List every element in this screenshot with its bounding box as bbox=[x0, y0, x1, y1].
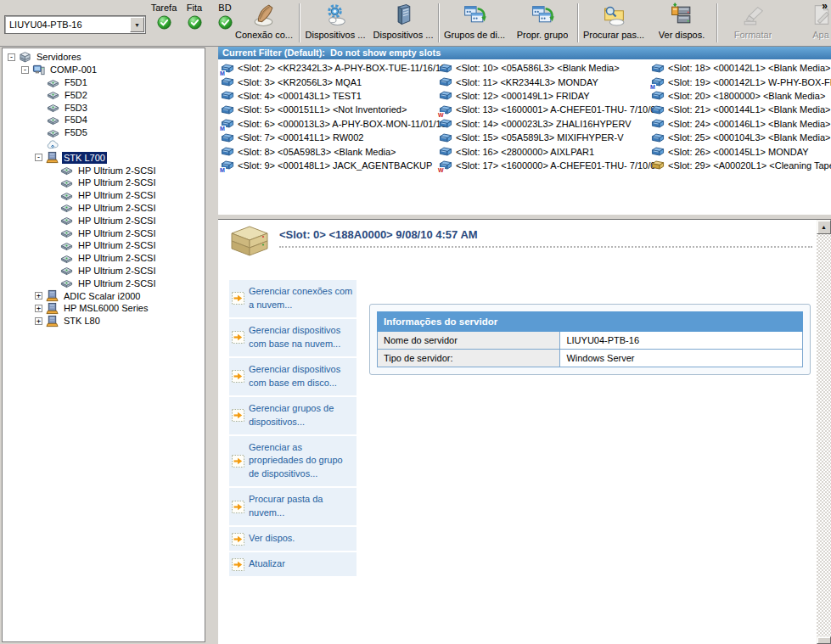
tree-item-label[interactable]: HP Ultrium 2-SCSI bbox=[76, 277, 157, 289]
tree-item-label[interactable]: F5D2 bbox=[63, 89, 89, 101]
plus-expander-icon[interactable]: + bbox=[35, 317, 42, 325]
tree-item-f5d5[interactable]: F5D5 bbox=[4, 126, 205, 139]
toolbar-button-dispositivos[interactable]: Dispositivos ... bbox=[301, 0, 369, 46]
tree-item-label[interactable]: HP Ultrium 2-SCSI bbox=[76, 265, 157, 277]
dropdown-arrow-icon[interactable]: ▼ bbox=[130, 17, 144, 32]
toolbar-button-propr-grupo[interactable]: Propr. grupo bbox=[508, 0, 576, 46]
slot-item-18[interactable]: <Slot: 18> <000142L1> <Blank Media> bbox=[649, 61, 831, 75]
menu-item-gerenciar-dispositivos-com-base-na-nuvem[interactable]: Gerenciar dispositivos com base na nuvem… bbox=[229, 319, 357, 356]
slot-item-17[interactable]: W<Slot: 17> <1600000> A-CHEFE01-THU- 7/1… bbox=[436, 159, 649, 172]
tree-item-label[interactable]: Servidores bbox=[35, 51, 83, 63]
tree-item-label[interactable]: HP Ultrium 2-SCSI bbox=[76, 239, 157, 251]
tree-item-label[interactable]: F5D1 bbox=[63, 76, 89, 88]
slot-item-2[interactable]: M<Slot: 2> <KR2342L3> A-PHY-BOX-TUE-11/1… bbox=[218, 61, 436, 75]
tree-item-hp-ultrium-2-scsi[interactable]: HP Ultrium 2-SCSI bbox=[4, 189, 205, 202]
tree-item-f5d2[interactable]: F5D2 bbox=[4, 88, 205, 101]
slot-item-25[interactable]: <Slot: 25> <000104L3> <Blank Media> bbox=[649, 131, 831, 144]
toolbar-button-ver-dispos[interactable]: Ver dispos. bbox=[648, 0, 716, 46]
tree-item-hp-msl6000-series[interactable]: +HP MSL6000 Series bbox=[4, 302, 205, 315]
menu-item-atualizar[interactable]: Atualizar bbox=[229, 552, 357, 576]
slot-item-29[interactable]: <Slot: 29> <A00020L1> <Cleaning Tape> bbox=[649, 159, 831, 172]
slot-item-11[interactable]: <Slot: 11> <KR2344L3> MONDAY bbox=[436, 75, 649, 88]
minus-expander-icon[interactable]: - bbox=[8, 53, 15, 61]
tree-item-f5d3[interactable]: F5D3 bbox=[4, 101, 205, 114]
menu-item-gerenciar-conex-es-com-a-nuvem[interactable]: Gerenciar conexões com a nuvem... bbox=[229, 280, 357, 317]
tree-item-hp-ultrium-2-scsi[interactable]: HP Ultrium 2-SCSI bbox=[4, 239, 205, 252]
minus-expander-icon[interactable]: - bbox=[21, 66, 29, 74]
plus-expander-icon[interactable]: + bbox=[35, 305, 42, 312]
tree-item-label[interactable]: HP Ultrium 2-SCSI bbox=[76, 165, 157, 176]
panel-splitter[interactable] bbox=[218, 214, 831, 220]
vertical-scrollbar[interactable]: ▲ bbox=[817, 220, 831, 644]
toolbar-button-grupos-de-di[interactable]: Grupos de di... bbox=[441, 0, 508, 46]
server-selector[interactable]: LIUYU04-PTB-16 ▼ bbox=[4, 15, 146, 34]
tree-item-label[interactable]: STK L80 bbox=[62, 315, 102, 327]
slot-item-9[interactable]: M<Slot: 9> <000148L1> JACK_AGENTBACKUP bbox=[218, 159, 436, 172]
minus-expander-icon[interactable]: - bbox=[35, 154, 42, 161]
scroll-up-button[interactable]: ▲ bbox=[817, 220, 831, 234]
tree-item-label[interactable]: HP Ultrium 2-SCSI bbox=[76, 227, 157, 239]
tree-item-hp-ultrium-2-scsi[interactable]: HP Ultrium 2-SCSI bbox=[4, 214, 205, 227]
tree-item-label[interactable]: HP Ultrium 2-SCSI bbox=[76, 202, 157, 214]
tree-item-label[interactable]: HP Ultrium 2-SCSI bbox=[76, 215, 157, 227]
tape-cartridge-icon bbox=[651, 145, 665, 158]
menu-item-gerenciar-grupos-de-dispositivos[interactable]: Gerenciar grupos de dispositivos... bbox=[229, 397, 357, 434]
slot-item-13[interactable]: W<Slot: 13> <1600001> A-CHEFE01-THU- 7/1… bbox=[436, 103, 649, 116]
plus-expander-icon[interactable]: + bbox=[35, 292, 42, 300]
tree-item-servidores[interactable]: -Servidores bbox=[4, 51, 205, 64]
tree-item-label[interactable]: HP MSL6000 Series bbox=[62, 302, 149, 314]
toolbar-button-conex-o-co[interactable]: Conexão co... bbox=[230, 0, 298, 46]
slot-item-7[interactable]: <Slot: 7> <000141L1> RW002 bbox=[218, 131, 436, 144]
tree-item-comp-001[interactable]: -COMP-001 bbox=[4, 64, 205, 76]
toolbar-button-dispositivos[interactable]: Dispositivos ... bbox=[369, 0, 437, 46]
tree-item-hp-ultrium-2-scsi[interactable]: HP Ultrium 2-SCSI bbox=[4, 227, 205, 239]
tree-item-stk-l700[interactable]: -STK L700 bbox=[4, 151, 205, 164]
slot-item-8[interactable]: <Slot: 8> <05A598L3> <Blank Media> bbox=[218, 144, 436, 158]
server-selector-value[interactable]: LIUYU04-PTB-16 bbox=[5, 20, 130, 30]
slot-item-4[interactable]: <Slot: 4> <000143L1> TEST1 bbox=[218, 89, 436, 103]
disk-device-icon bbox=[60, 277, 73, 289]
tree-item-label[interactable]: HP Ultrium 2-SCSI bbox=[76, 189, 157, 201]
slot-item-21[interactable]: <Slot: 21> <000144L1> <Blank Media> bbox=[649, 103, 831, 116]
tree-item-hp-ultrium-2-scsi[interactable]: HP Ultrium 2-SCSI bbox=[4, 164, 205, 176]
slot-item-26[interactable]: <Slot: 26> <000145L1> MONDAY bbox=[649, 144, 831, 158]
toolbar-overflow-chevron[interactable]: » bbox=[822, 0, 827, 12]
toolbar-button-procurar-pas[interactable]: Procurar pas... bbox=[580, 0, 648, 46]
tree-item-cloud[interactable] bbox=[4, 139, 205, 152]
tree-item-hp-ultrium-2-scsi[interactable]: HP Ultrium 2-SCSI bbox=[4, 277, 205, 289]
slot-item-15[interactable]: <Slot: 15> <05A589L3> MIXIFHYPER-V bbox=[436, 131, 649, 144]
slot-item-5[interactable]: <Slot: 5> <000151L1> <Not Inventoried> bbox=[218, 103, 436, 116]
menu-item-ver-dispos[interactable]: Ver dispos. bbox=[229, 527, 357, 551]
tree-item-label[interactable]: ADIC Scalar i2000 bbox=[62, 290, 143, 302]
tree-item-label[interactable]: HP Ultrium 2-SCSI bbox=[76, 252, 157, 264]
tree-item-hp-ultrium-2-scsi[interactable]: HP Ultrium 2-SCSI bbox=[4, 176, 205, 189]
tree-item-adic-scalar-i2000[interactable]: +ADIC Scalar i2000 bbox=[4, 289, 205, 302]
slot-item-10[interactable]: <Slot: 10> <05A586L3> <Blank Media> bbox=[436, 61, 649, 75]
tree-item-label[interactable]: HP Ultrium 2-SCSI bbox=[76, 176, 157, 188]
tree-item-label[interactable]: F5D3 bbox=[63, 102, 89, 114]
tree-item-stk-l80[interactable]: +STK L80 bbox=[4, 315, 205, 328]
slot-item-24[interactable]: <Slot: 24> <000146L1> <Blank Media> bbox=[649, 117, 831, 131]
slot-item-3[interactable]: <Slot: 3> <KR2056L3> MQA1 bbox=[218, 75, 436, 88]
tree-item-f5d4[interactable]: F5D4 bbox=[4, 114, 205, 126]
tape-cartridge-icon bbox=[439, 145, 452, 158]
tree-item-label[interactable]: F5D5 bbox=[63, 126, 89, 138]
tree-item-hp-ultrium-2-scsi[interactable]: HP Ultrium 2-SCSI bbox=[4, 252, 205, 265]
tree-item-label[interactable]: STK L700 bbox=[62, 152, 107, 164]
menu-item-gerenciar-dispositivos-com-base-em-disco[interactable]: Gerenciar dispositivos com base em disco… bbox=[229, 358, 357, 395]
tree-item-label[interactable]: F5D4 bbox=[63, 114, 89, 126]
slot-item-14[interactable]: <Slot: 14> <000023L3> ZHALI16HYPERV bbox=[436, 117, 649, 131]
menu-item-gerenciar-as-propriedades-do-grupo-de-dispositivos[interactable]: Gerenciar as propriedades do grupo de di… bbox=[229, 436, 357, 487]
go-arrow-icon bbox=[232, 331, 244, 344]
scroll-down-button[interactable] bbox=[817, 636, 831, 644]
tree-item-f5d1[interactable]: F5D1 bbox=[4, 76, 205, 89]
slot-item-20[interactable]: <Slot: 20> <1800000> <Blank Media> bbox=[649, 89, 831, 103]
slot-item-19[interactable]: M<Slot: 19> <000142L1> W-PHY-BOX-FRI-1 bbox=[649, 75, 831, 88]
tree-item-label[interactable]: COMP-001 bbox=[48, 64, 98, 76]
slot-item-6[interactable]: M<Slot: 6> <000013L3> A-PHY-BOX-MON-11/0… bbox=[218, 117, 436, 131]
slot-item-16[interactable]: <Slot: 16> <2800000> AIXLPAR1 bbox=[436, 144, 649, 158]
tree-item-hp-ultrium-2-scsi[interactable]: HP Ultrium 2-SCSI bbox=[4, 202, 205, 215]
slot-item-12[interactable]: <Slot: 12> <000149L1> FRIDAY bbox=[436, 89, 649, 103]
tree-item-hp-ultrium-2-scsi[interactable]: HP Ultrium 2-SCSI bbox=[4, 265, 205, 277]
menu-item-procurar-pasta-da-nuvem[interactable]: Procurar pasta da nuvem... bbox=[229, 488, 357, 525]
